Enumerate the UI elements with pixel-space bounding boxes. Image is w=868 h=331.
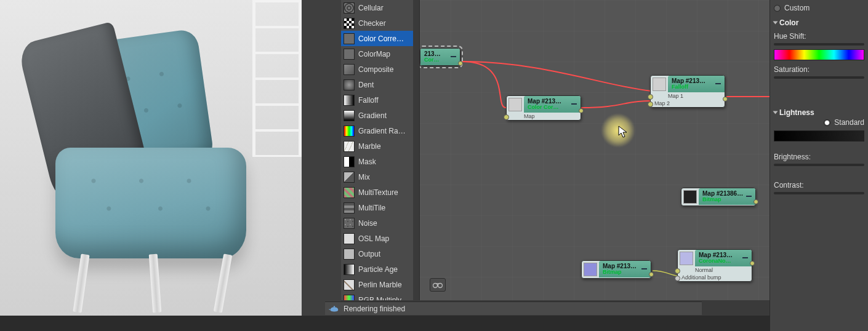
map-item-mix[interactable]: Mix (341, 169, 419, 185)
map-item-label: Composite (358, 65, 393, 74)
map-item-cellular[interactable]: Cellular (341, 0, 419, 15)
map-item-label: Dent (358, 81, 374, 89)
node-graph[interactable]: 213…Cor… Map #213…Color Cor… Map Map #21… (420, 0, 770, 300)
map-swatch-icon (344, 264, 355, 275)
minimize-icon[interactable] (742, 257, 748, 258)
node-preview (584, 263, 597, 276)
status-text: Rendering finished (344, 305, 405, 313)
map-item-label: Cellular (358, 4, 384, 12)
map-item-label: Gradient Ra… (358, 127, 406, 135)
map-item-dent[interactable]: Dent (341, 77, 419, 92)
map-item-composite[interactable]: Composite (341, 62, 419, 77)
map-swatch-icon (344, 202, 355, 213)
radio-icon[interactable] (824, 119, 830, 126)
map-swatch-icon (344, 187, 355, 198)
map-swatch-icon (344, 2, 355, 14)
map-item-gradient[interactable]: Gradient (341, 108, 419, 123)
node-type: Bitmap (603, 269, 639, 276)
map-item-mask[interactable]: Mask (341, 154, 419, 169)
rendered-chair (34, 37, 268, 301)
map-item-label: Marble (358, 142, 381, 151)
minimize-icon[interactable] (715, 83, 721, 84)
node-type: CoronaNo… (699, 258, 740, 265)
minimize-icon[interactable] (571, 103, 577, 105)
map-swatch-icon (344, 295, 355, 301)
map-item-particle-age[interactable]: Particle Age (341, 261, 419, 277)
map-swatch-icon (344, 156, 355, 167)
map-item-label: Falloff (358, 96, 378, 105)
saturation-slider[interactable] (774, 76, 864, 79)
map-swatch-icon (344, 79, 355, 90)
brightness-slider[interactable] (774, 164, 864, 166)
node-preview (508, 98, 522, 111)
map-item-label: Noise (358, 219, 377, 228)
map-swatch-icon (344, 49, 355, 60)
node-slot-map1[interactable]: Map 1 (651, 92, 725, 100)
map-item-checker[interactable]: Checker (341, 15, 419, 31)
map-item-gradient-ra-[interactable]: Gradient Ra… (341, 123, 419, 138)
hue-shift-slider[interactable] (774, 43, 864, 46)
map-item-colormap[interactable]: ColorMap (341, 46, 419, 62)
map-item-label: Output (358, 250, 380, 258)
node-preview (683, 190, 697, 204)
map-item-falloff[interactable]: Falloff (341, 92, 419, 108)
cursor-icon (618, 126, 628, 139)
node-falloff[interactable]: Map #213…Falloff Map 1 Map 2 (650, 75, 725, 108)
map-item-label: ColorMap (358, 50, 390, 58)
search-button[interactable] (430, 278, 446, 292)
contrast-slider[interactable] (774, 192, 864, 194)
node-slot-map2[interactable]: Map 2 (651, 100, 725, 107)
scrollbar-thumb[interactable] (413, 17, 419, 44)
mode-standard-row[interactable]: Standard (774, 118, 864, 127)
node-slot-additional-bump[interactable]: Additional bump (678, 274, 752, 281)
map-item-rgb-multiply[interactable]: RGB Multiply (341, 292, 419, 300)
binoculars-icon (433, 281, 443, 289)
minimize-icon[interactable] (641, 268, 647, 269)
disclosure-icon (773, 111, 778, 114)
section-lightness[interactable]: Lightness (774, 108, 864, 117)
section-color[interactable]: Color (774, 18, 864, 27)
map-item-label: RGB Multiply (358, 296, 401, 301)
map-item-osl-map[interactable]: OSL Map (341, 231, 419, 246)
bottom-strip (0, 316, 868, 331)
map-swatch-icon (344, 95, 355, 106)
node-preview (680, 252, 693, 265)
node-bitmap-1[interactable]: Map #213862…Bitmap (681, 188, 756, 206)
svg-point-2 (334, 306, 335, 307)
node-type: Cor… (424, 57, 448, 63)
node-color-correction-1[interactable]: 213…Cor… (420, 48, 460, 66)
map-swatch-icon (344, 172, 355, 183)
map-item-noise[interactable]: Noise (341, 215, 419, 231)
map-item-label: OSL Map (358, 234, 389, 243)
map-item-color-corre-[interactable]: Color Corre… (341, 31, 419, 46)
node-type: Falloff (672, 84, 713, 90)
map-item-marble[interactable]: Marble (341, 138, 419, 154)
teapot-icon (329, 305, 340, 313)
map-item-label: Perlin Marble (358, 281, 402, 289)
radio-icon[interactable] (774, 5, 781, 12)
map-item-label: Mask (358, 158, 376, 166)
node-bitmap-2[interactable]: Map #213862…Bitmap (581, 260, 651, 279)
map-item-multitexture[interactable]: MultiTexture (341, 185, 419, 200)
node-color-correction-2[interactable]: Map #213…Color Cor… Map (506, 95, 581, 121)
minimize-icon[interactable] (746, 196, 752, 197)
map-swatch-icon (344, 233, 355, 244)
map-item-label: Mix (358, 173, 370, 181)
saturation-label: Saturation: (774, 65, 864, 74)
mode-custom-row[interactable]: Custom (774, 4, 864, 12)
panel-gutter (302, 0, 341, 317)
disclosure-icon (773, 22, 778, 25)
status-bar: Rendering finished (325, 301, 702, 315)
contrast-label: Contrast: (774, 181, 864, 189)
node-slot-normal[interactable]: Normal (678, 266, 752, 274)
standard-label: Standard (834, 118, 864, 127)
hue-strip[interactable] (774, 49, 864, 60)
lightness-gradient[interactable] (774, 130, 864, 142)
node-corona-normal[interactable]: Map #213…CoronaNo… Normal Additional bum… (677, 249, 752, 282)
map-item-multitile[interactable]: MultiTile (341, 200, 419, 215)
map-type-list[interactable]: CellularCheckerColor Corre…ColorMapCompo… (341, 0, 420, 300)
map-item-output[interactable]: Output (341, 246, 419, 261)
map-item-perlin-marble[interactable]: Perlin Marble (341, 277, 419, 292)
node-slot-map[interactable]: Map (507, 113, 581, 120)
minimize-icon[interactable] (451, 56, 456, 57)
